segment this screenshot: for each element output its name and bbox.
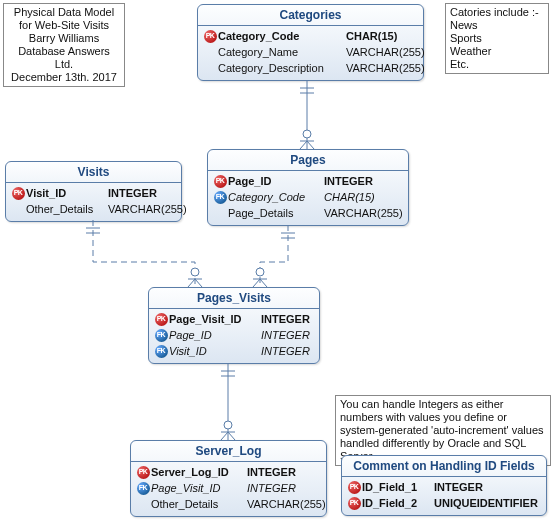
entity-body: PKCategory_CodeCHAR(15)Category_NameVARC… [198, 26, 423, 80]
entity-body: PKID_Field_1INTEGERPKID_Field_2UNIQUEIDE… [342, 477, 546, 515]
svg-point-4 [303, 130, 311, 138]
column-type: VARCHAR(255) [324, 205, 403, 221]
pk-icon: PK [202, 30, 218, 43]
column-type: CHAR(15) [346, 28, 397, 44]
t: for Web-Site Visits [19, 19, 109, 31]
table-row: FKPage_Visit_IDINTEGER [135, 480, 322, 496]
column-type: INTEGER [434, 479, 483, 495]
entity-comment: Comment on Handling ID Fields PKID_Field… [341, 455, 547, 516]
svg-point-8 [256, 268, 264, 276]
entity-body: PKPage_Visit_IDINTEGERFKPage_IDINTEGERFK… [149, 309, 319, 363]
table-row: Category_DescriptionVARCHAR(255) [202, 60, 419, 76]
t: You can handle Integers as either number… [340, 398, 544, 462]
entity-title: Visits [6, 162, 181, 183]
column-name: Other_Details [26, 201, 108, 217]
column-type: INTEGER [261, 343, 310, 359]
entity-title: Categories [198, 5, 423, 26]
column-type: INTEGER [324, 173, 373, 189]
table-row: PKID_Field_1INTEGER [346, 479, 542, 495]
t: Etc. [450, 58, 469, 70]
table-row: Category_NameVARCHAR(255) [202, 44, 419, 60]
fk-icon: FK [212, 191, 228, 204]
column-name: Category_Description [218, 60, 346, 76]
column-type: INTEGER [247, 464, 296, 480]
t: Physical Data Model [14, 6, 114, 18]
entity-categories: Categories PKCategory_CodeCHAR(15)Catego… [197, 4, 424, 81]
pk-icon: PK [212, 175, 228, 188]
column-name: Server_Log_ID [151, 464, 247, 480]
column-name: ID_Field_1 [362, 479, 434, 495]
column-type: INTEGER [247, 480, 296, 496]
column-name: Category_Name [218, 44, 346, 60]
t: Barry Williams [29, 32, 99, 44]
pk-icon: PK [153, 313, 169, 326]
column-name: Page_ID [228, 173, 324, 189]
column-type: INTEGER [261, 311, 310, 327]
table-row: FKCategory_CodeCHAR(15) [212, 189, 404, 205]
column-name: Page_Details [228, 205, 324, 221]
t: December 13th. 2017 [11, 71, 117, 83]
column-name: Page_ID [169, 327, 261, 343]
table-row: Other_DetailsVARCHAR(255) [10, 201, 177, 217]
fk-icon: FK [153, 345, 169, 358]
pk-icon: PK [346, 497, 362, 510]
table-row: PKID_Field_2UNIQUEIDENTIFIER [346, 495, 542, 511]
table-row: PKPage_Visit_IDINTEGER [153, 311, 315, 327]
entity-title: Pages_Visits [149, 288, 319, 309]
entity-server-log: Server_Log PKServer_Log_IDINTEGERFKPage_… [130, 440, 327, 517]
column-name: Visit_ID [169, 343, 261, 359]
t: Sports [450, 32, 482, 44]
table-row: FKPage_IDINTEGER [153, 327, 315, 343]
column-name: Visit_ID [26, 185, 108, 201]
table-row: PKServer_Log_IDINTEGER [135, 464, 322, 480]
column-type: VARCHAR(255) [346, 44, 425, 60]
entity-body: PKPage_IDINTEGERFKCategory_CodeCHAR(15)P… [208, 171, 408, 225]
table-row: FKVisit_IDINTEGER [153, 343, 315, 359]
pk-icon: PK [10, 187, 26, 200]
column-name: Other_Details [151, 496, 247, 512]
column-type: INTEGER [108, 185, 157, 201]
entity-visits: Visits PKVisit_IDINTEGEROther_DetailsVAR… [5, 161, 182, 222]
column-name: Category_Code [228, 189, 324, 205]
t: Catories include :- [450, 6, 539, 18]
table-row: PKPage_IDINTEGER [212, 173, 404, 189]
t: Database Answers Ltd. [18, 45, 110, 70]
column-name: ID_Field_2 [362, 495, 434, 511]
table-row: Page_DetailsVARCHAR(255) [212, 205, 404, 221]
column-name: Page_Visit_ID [151, 480, 247, 496]
column-type: UNIQUEIDENTIFIER [434, 495, 538, 511]
pk-icon: PK [135, 466, 151, 479]
note-meta: Physical Data Model for Web-Site Visits … [3, 3, 125, 87]
table-row: Other_DetailsVARCHAR(255) [135, 496, 322, 512]
entity-pages-visits: Pages_Visits PKPage_Visit_IDINTEGERFKPag… [148, 287, 320, 364]
entity-body: PKVisit_IDINTEGEROther_DetailsVARCHAR(25… [6, 183, 181, 221]
note-categories: Catories include :- News Sports Weather … [445, 3, 549, 74]
entity-title: Pages [208, 150, 408, 171]
column-type: VARCHAR(255) [108, 201, 187, 217]
svg-point-12 [191, 268, 199, 276]
t: Weather [450, 45, 491, 57]
svg-point-17 [224, 421, 232, 429]
column-type: CHAR(15) [324, 189, 375, 205]
column-name: Page_Visit_ID [169, 311, 261, 327]
fk-icon: FK [135, 482, 151, 495]
column-type: VARCHAR(255) [247, 496, 326, 512]
column-type: VARCHAR(255) [346, 60, 425, 76]
entity-title: Server_Log [131, 441, 326, 462]
fk-icon: FK [153, 329, 169, 342]
table-row: PKVisit_IDINTEGER [10, 185, 177, 201]
entity-pages: Pages PKPage_IDINTEGERFKCategory_CodeCHA… [207, 149, 409, 226]
t: News [450, 19, 478, 31]
table-row: PKCategory_CodeCHAR(15) [202, 28, 419, 44]
entity-body: PKServer_Log_IDINTEGERFKPage_Visit_IDINT… [131, 462, 326, 516]
entity-title: Comment on Handling ID Fields [342, 456, 546, 477]
column-type: INTEGER [261, 327, 310, 343]
pk-icon: PK [346, 481, 362, 494]
column-name: Category_Code [218, 28, 346, 44]
